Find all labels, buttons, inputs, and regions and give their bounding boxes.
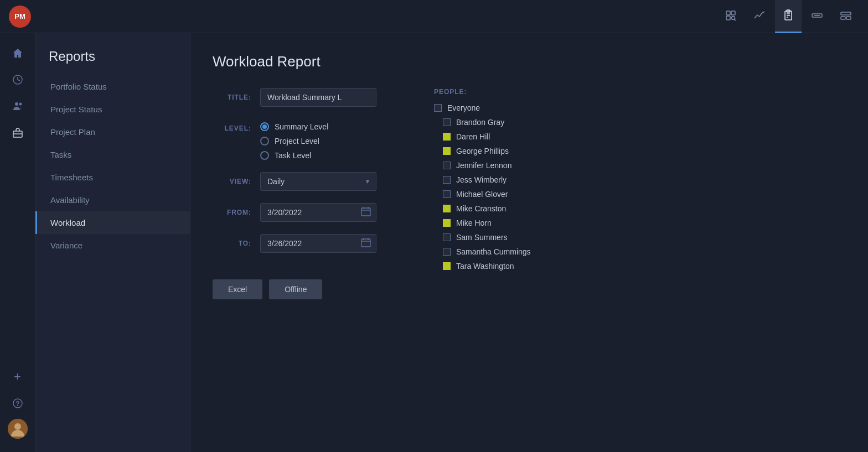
person-george-phillips[interactable]: George Phillips [434,147,578,155]
main-content: Workload Report TITLE: LEVEL: [190,33,868,452]
sidebar-item-availability[interactable]: Availability [35,189,190,211]
mike-horn-name: Mike Horn [456,219,492,227]
everyone-checkbox[interactable] [434,104,442,112]
svg-rect-2 [726,16,730,20]
sidebar-help-icon[interactable]: ? [7,392,29,414]
from-row: FROM: [213,203,390,222]
view-select[interactable]: Daily Weekly Monthly [260,172,376,191]
mike-horn-color [443,219,451,227]
to-date-wrapper [260,234,376,253]
from-calendar-icon[interactable] [361,206,371,219]
sidebar-icons: + ? [0,33,35,452]
everyone-name: Everyone [447,103,480,112]
svg-point-17 [19,103,22,106]
form-area: TITLE: LEVEL: Summary Level [213,88,846,299]
user-avatar[interactable] [8,419,28,439]
minus-rect-icon-btn[interactable] [804,0,830,33]
layout-icon-btn[interactable] [833,0,859,33]
george-phillips-name: George Phillips [456,147,509,155]
brandon-gray-name: Brandon Gray [456,118,504,127]
sidebar-item-variance[interactable]: Variance [35,234,190,257]
from-date-input[interactable] [260,203,376,222]
level-summary-option[interactable]: Summary Level [260,122,328,131]
to-calendar-icon[interactable] [361,237,371,250]
to-date-input[interactable] [260,234,376,253]
samantha-cummings-name: Samantha Cummings [456,247,531,256]
radio-summary-circle [260,122,269,131]
svg-rect-12 [841,12,851,15]
sidebar-home-icon[interactable] [7,42,29,64]
level-project-option[interactable]: Project Level [260,137,328,146]
jess-wimberly-name: Jess Wimberly [456,175,507,184]
title-input[interactable] [260,88,376,107]
to-row: TO: [213,234,390,253]
action-buttons: Excel Offline [213,279,390,299]
toolbar-icons [717,0,859,33]
tara-washington-name: Tara Washington [456,262,514,271]
offline-button[interactable]: Offline [269,279,322,299]
level-row: LEVEL: Summary Level Project Level [213,119,390,160]
mike-cranston-color [443,205,451,212]
george-phillips-color [443,147,451,155]
tara-washington-color [443,262,451,270]
person-mike-horn[interactable]: Mike Horn [434,219,578,227]
samantha-cummings-checkbox[interactable] [443,248,451,256]
clipboard-icon-btn[interactable] [775,0,802,33]
sidebar-add-icon[interactable]: + [7,366,29,388]
title-row: TITLE: [213,88,390,107]
svg-rect-24 [361,208,370,216]
level-label: LEVEL: [213,119,251,132]
people-label: PEOPLE: [434,88,578,96]
level-task-option[interactable]: Task Level [260,151,328,160]
person-jess-wimberly[interactable]: Jess Wimberly [434,175,578,184]
from-date-wrapper [260,203,376,222]
jennifer-lennon-checkbox[interactable] [443,162,451,169]
main-layout: + ? Reports Portfolio Status Project Sta… [0,33,868,452]
daren-hill-color [443,133,451,141]
title-label: TITLE: [213,88,251,101]
search-scan-icon-btn[interactable] [717,0,744,33]
sidebar-item-project-plan[interactable]: Project Plan [35,121,190,143]
sidebar-item-workload[interactable]: Workload [35,211,190,234]
sidebar-clock-icon[interactable] [7,69,29,91]
excel-button[interactable]: Excel [213,279,262,299]
daren-hill-name: Daren Hill [456,132,490,141]
sidebar-item-portfolio-status[interactable]: Portfolio Status [35,75,190,98]
brandon-gray-checkbox[interactable] [443,118,451,126]
level-radio-group: Summary Level Project Level Task Level [260,119,328,160]
level-summary-label: Summary Level [275,122,328,131]
person-everyone[interactable]: Everyone [434,103,578,112]
sidebar-item-timesheets[interactable]: Timesheets [35,166,190,189]
jess-wimberly-checkbox[interactable] [443,176,451,184]
sidebar-item-project-status[interactable]: Project Status [35,98,190,121]
sidebar-item-tasks[interactable]: Tasks [35,143,190,166]
view-label: VIEW: [213,172,251,185]
radio-task-circle [260,151,269,160]
svg-point-16 [15,102,18,106]
sidebar-briefcase-icon[interactable] [7,122,29,144]
person-brandon-gray[interactable]: Brandon Gray [434,118,578,127]
left-nav-title: Reports [35,49,190,75]
radio-summary-dot [262,124,267,129]
pm-logo[interactable]: PM [9,6,31,28]
to-label: TO: [213,234,251,247]
svg-text:?: ? [16,400,19,408]
person-sam-summers[interactable]: Sam Summers [434,233,578,242]
michael-glover-name: Michael Glover [456,190,508,199]
mike-cranston-name: Mike Cranston [456,204,506,213]
person-jennifer-lennon[interactable]: Jennifer Lennon [434,161,578,170]
svg-rect-0 [726,11,730,15]
person-samantha-cummings[interactable]: Samantha Cummings [434,247,578,256]
top-toolbar: PM [0,0,868,33]
form-right: PEOPLE: Everyone Brandon Gray [434,88,578,299]
sam-summers-checkbox[interactable] [443,233,451,241]
person-daren-hill[interactable]: Daren Hill [434,132,578,141]
radio-project-circle [260,137,269,146]
chart-icon-btn[interactable] [746,0,773,33]
page-title: Workload Report [213,53,846,70]
michael-glover-checkbox[interactable] [443,190,451,198]
person-tara-washington[interactable]: Tara Washington [434,262,578,271]
sidebar-people-icon[interactable] [7,95,29,117]
person-michael-glover[interactable]: Michael Glover [434,190,578,199]
person-mike-cranston[interactable]: Mike Cranston [434,204,578,213]
